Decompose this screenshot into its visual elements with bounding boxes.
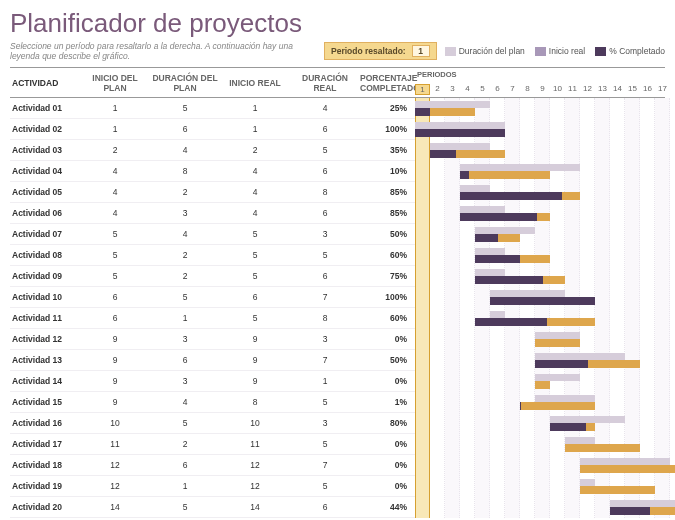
cell-real-dur[interactable]: 5	[290, 481, 360, 491]
table-row[interactable]: Actividad 07545350%	[10, 224, 415, 245]
cell-plan-start[interactable]: 9	[80, 376, 150, 386]
cell-pct[interactable]: 1%	[360, 397, 415, 407]
cell-plan-dur[interactable]: 4	[150, 229, 220, 239]
cell-plan-dur[interactable]: 3	[150, 208, 220, 218]
cell-real-dur[interactable]: 5	[290, 250, 360, 260]
cell-plan-dur[interactable]: 1	[150, 481, 220, 491]
table-row[interactable]: Actividad 171121150%	[10, 434, 415, 455]
table-row[interactable]: Actividad 191211250%	[10, 476, 415, 497]
cell-plan-dur[interactable]: 6	[150, 355, 220, 365]
highlight-input[interactable]: 1	[412, 45, 430, 57]
cell-plan-dur[interactable]: 8	[150, 166, 220, 176]
cell-plan-start[interactable]: 9	[80, 334, 150, 344]
cell-real-start[interactable]: 8	[220, 397, 290, 407]
table-row[interactable]: Actividad 106567100%	[10, 287, 415, 308]
cell-plan-dur[interactable]: 6	[150, 124, 220, 134]
cell-plan-dur[interactable]: 6	[150, 460, 220, 470]
cell-plan-start[interactable]: 5	[80, 229, 150, 239]
cell-pct[interactable]: 35%	[360, 145, 415, 155]
cell-plan-start[interactable]: 4	[80, 187, 150, 197]
cell-pct[interactable]: 10%	[360, 166, 415, 176]
cell-pct[interactable]: 80%	[360, 418, 415, 428]
cell-real-dur[interactable]: 6	[290, 124, 360, 134]
cell-plan-dur[interactable]: 3	[150, 376, 220, 386]
cell-real-dur[interactable]: 7	[290, 460, 360, 470]
cell-real-start[interactable]: 9	[220, 376, 290, 386]
cell-plan-start[interactable]: 9	[80, 355, 150, 365]
cell-plan-start[interactable]: 5	[80, 271, 150, 281]
cell-plan-start[interactable]: 4	[80, 208, 150, 218]
table-row[interactable]: Actividad 08525560%	[10, 245, 415, 266]
table-row[interactable]: Actividad 01151425%	[10, 98, 415, 119]
cell-real-start[interactable]: 4	[220, 166, 290, 176]
table-row[interactable]: Actividad 09525675%	[10, 266, 415, 287]
cell-real-start[interactable]: 12	[220, 481, 290, 491]
cell-plan-dur[interactable]: 5	[150, 502, 220, 512]
cell-pct[interactable]: 100%	[360, 292, 415, 302]
cell-pct[interactable]: 60%	[360, 250, 415, 260]
cell-real-start[interactable]: 12	[220, 460, 290, 470]
cell-real-start[interactable]: 14	[220, 502, 290, 512]
cell-pct[interactable]: 0%	[360, 334, 415, 344]
cell-real-dur[interactable]: 3	[290, 334, 360, 344]
cell-plan-start[interactable]: 12	[80, 481, 150, 491]
cell-plan-start[interactable]: 6	[80, 292, 150, 302]
cell-real-start[interactable]: 5	[220, 229, 290, 239]
cell-plan-dur[interactable]: 2	[150, 187, 220, 197]
table-row[interactable]: Actividad 13969750%	[10, 350, 415, 371]
cell-real-dur[interactable]: 6	[290, 208, 360, 218]
cell-plan-dur[interactable]: 4	[150, 397, 220, 407]
cell-pct[interactable]: 75%	[360, 271, 415, 281]
cell-real-start[interactable]: 5	[220, 271, 290, 281]
table-row[interactable]: Actividad 03242535%	[10, 140, 415, 161]
cell-real-dur[interactable]: 8	[290, 187, 360, 197]
cell-plan-start[interactable]: 2	[80, 145, 150, 155]
cell-plan-dur[interactable]: 4	[150, 145, 220, 155]
table-row[interactable]: Actividad 1493910%	[10, 371, 415, 392]
cell-real-dur[interactable]: 7	[290, 292, 360, 302]
cell-real-dur[interactable]: 4	[290, 103, 360, 113]
cell-real-start[interactable]: 4	[220, 187, 290, 197]
cell-real-start[interactable]: 5	[220, 250, 290, 260]
table-row[interactable]: Actividad 06434685%	[10, 203, 415, 224]
cell-plan-dur[interactable]: 3	[150, 334, 220, 344]
cell-plan-start[interactable]: 11	[80, 439, 150, 449]
cell-real-dur[interactable]: 6	[290, 502, 360, 512]
cell-real-start[interactable]: 10	[220, 418, 290, 428]
cell-real-dur[interactable]: 5	[290, 145, 360, 155]
cell-real-start[interactable]: 1	[220, 103, 290, 113]
cell-pct[interactable]: 0%	[360, 481, 415, 491]
cell-pct[interactable]: 85%	[360, 208, 415, 218]
table-row[interactable]: Actividad 1594851%	[10, 392, 415, 413]
cell-real-start[interactable]: 11	[220, 439, 290, 449]
cell-real-start[interactable]: 4	[220, 208, 290, 218]
cell-plan-dur[interactable]: 2	[150, 271, 220, 281]
cell-real-dur[interactable]: 6	[290, 166, 360, 176]
cell-real-dur[interactable]: 5	[290, 397, 360, 407]
cell-plan-dur[interactable]: 2	[150, 250, 220, 260]
table-row[interactable]: Actividad 11615860%	[10, 308, 415, 329]
table-row[interactable]: Actividad 05424885%	[10, 182, 415, 203]
cell-pct[interactable]: 44%	[360, 502, 415, 512]
cell-real-start[interactable]: 9	[220, 355, 290, 365]
cell-real-start[interactable]: 5	[220, 313, 290, 323]
cell-plan-start[interactable]: 12	[80, 460, 150, 470]
cell-pct[interactable]: 25%	[360, 103, 415, 113]
cell-pct[interactable]: 0%	[360, 376, 415, 386]
cell-plan-start[interactable]: 14	[80, 502, 150, 512]
cell-pct[interactable]: 0%	[360, 460, 415, 470]
table-row[interactable]: Actividad 2014514644%	[10, 497, 415, 518]
cell-real-dur[interactable]: 1	[290, 376, 360, 386]
table-row[interactable]: Actividad 021616100%	[10, 119, 415, 140]
cell-pct[interactable]: 0%	[360, 439, 415, 449]
cell-real-dur[interactable]: 5	[290, 439, 360, 449]
table-row[interactable]: Actividad 181261270%	[10, 455, 415, 476]
cell-plan-dur[interactable]: 5	[150, 292, 220, 302]
cell-plan-dur[interactable]: 5	[150, 418, 220, 428]
cell-pct[interactable]: 100%	[360, 124, 415, 134]
table-row[interactable]: Actividad 1293930%	[10, 329, 415, 350]
table-row[interactable]: Actividad 04484610%	[10, 161, 415, 182]
cell-real-start[interactable]: 6	[220, 292, 290, 302]
table-row[interactable]: Actividad 1610510380%	[10, 413, 415, 434]
cell-plan-dur[interactable]: 5	[150, 103, 220, 113]
